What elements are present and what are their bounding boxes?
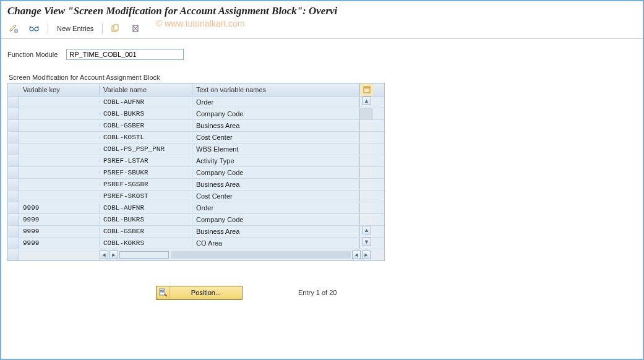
cell-variable-name[interactable]: PSREF-SGSBR <box>100 179 192 189</box>
cell-text[interactable]: Business Area <box>192 226 359 236</box>
vertical-scroll-track[interactable] <box>359 214 373 225</box>
cell-variable-key[interactable]: 9999 <box>19 238 100 248</box>
cell-text[interactable]: Order <box>192 97 359 107</box>
vertical-scroll-track[interactable] <box>359 202 373 213</box>
vertical-scroll-track[interactable] <box>359 120 373 131</box>
table-row[interactable]: COBL-GSBERBusiness Area <box>8 120 384 132</box>
scroll-thumb[interactable] <box>119 251 169 259</box>
cell-variable-name[interactable]: COBL-KOSTL <box>100 132 192 142</box>
cell-text[interactable]: Cost Center <box>192 132 359 142</box>
vertical-scroll-track[interactable] <box>359 191 373 202</box>
cell-text[interactable]: Order <box>192 203 359 213</box>
row-selector[interactable] <box>8 238 19 249</box>
scroll-left-button[interactable]: ◄ <box>100 251 108 259</box>
cell-variable-name[interactable]: COBL-BUKRS <box>100 215 192 225</box>
cell-variable-name[interactable]: COBL-GSBER <box>100 121 192 131</box>
table-row[interactable]: COBL-KOSTLCost Center <box>8 132 384 144</box>
horizontal-scrollbar[interactable]: ◄ ► ◄ ► <box>8 249 384 260</box>
row-selector[interactable] <box>8 202 19 213</box>
function-module-input[interactable] <box>66 49 184 60</box>
copy-as-button[interactable] <box>107 22 124 35</box>
table-row[interactable]: 9999COBL-BUKRSCompany Code <box>8 214 384 226</box>
cell-variable-name[interactable]: COBL-AUFNR <box>100 97 192 107</box>
table-row[interactable]: PSREF-SGSBRBusiness Area <box>8 179 384 191</box>
col-variable-name[interactable]: Variable name <box>100 84 192 95</box>
table-settings-button[interactable] <box>359 84 373 96</box>
table-row[interactable]: 9999COBL-AUFNROrder <box>8 202 384 214</box>
row-selector[interactable] <box>8 132 19 143</box>
cell-text[interactable]: Business Area <box>192 179 359 189</box>
cell-variable-key[interactable] <box>19 171 100 174</box>
cell-text[interactable]: Cost Center <box>192 191 359 201</box>
details-button[interactable] <box>25 22 43 35</box>
scroll-right-step-button[interactable]: ► <box>109 251 118 259</box>
svg-rect-10 <box>160 291 164 292</box>
cell-variable-key[interactable]: 9999 <box>19 215 100 225</box>
vertical-scroll-track[interactable] <box>359 155 373 166</box>
table-row[interactable]: COBL-BUKRSCompany Code <box>8 108 384 120</box>
row-selector[interactable] <box>8 108 19 119</box>
vertical-scroll-track[interactable] <box>359 144 373 155</box>
cell-variable-key[interactable] <box>19 195 100 197</box>
col-variable-key[interactable]: Variable key <box>19 84 100 95</box>
table-row[interactable]: PSREF-LSTARActivity Type <box>8 155 384 167</box>
new-entries-label: New Entries <box>57 25 93 32</box>
scroll-down-button[interactable]: ▼ <box>359 238 373 249</box>
cell-variable-key[interactable] <box>19 136 100 139</box>
scroll-up-button[interactable]: ▲ <box>359 96 373 108</box>
cell-variable-name[interactable]: PSREF-SKOST <box>100 191 192 201</box>
cell-variable-name[interactable]: COBL-GSBER <box>100 226 192 236</box>
toolbar: New Entries <box>1 21 643 39</box>
cell-variable-name[interactable]: PSREF-LSTAR <box>100 156 192 166</box>
cell-text[interactable]: WBS Element <box>192 144 359 154</box>
table-row[interactable]: 9999COBL-KOKRSCO Area▼ <box>8 238 384 249</box>
cell-variable-key[interactable]: 9999 <box>19 226 100 236</box>
table-row[interactable]: PSREF-SBUKRCompany Code <box>8 167 384 179</box>
cell-variable-key[interactable] <box>19 113 100 115</box>
position-icon <box>157 286 170 299</box>
cell-variable-key[interactable] <box>19 183 100 186</box>
row-selector[interactable] <box>8 179 19 190</box>
row-selector[interactable] <box>8 155 19 166</box>
table-row[interactable]: COBL-AUFNROrder▲ <box>8 96 384 108</box>
cell-text[interactable]: Business Area <box>192 121 359 131</box>
table-row[interactable]: 9999COBL-GSBERBusiness Area▲ <box>8 226 384 238</box>
vertical-scroll-track[interactable] <box>359 132 373 143</box>
cell-variable-name[interactable]: COBL-KOKRS <box>100 238 192 248</box>
cell-variable-key[interactable] <box>19 101 100 103</box>
table-row[interactable]: PSREF-SKOSTCost Center <box>8 191 384 202</box>
vertical-scroll-track[interactable] <box>359 179 373 190</box>
row-selector[interactable] <box>8 120 19 131</box>
new-entries-button[interactable]: New Entries <box>53 22 98 35</box>
cell-variable-key[interactable]: 9999 <box>19 203 100 213</box>
vertical-scroll-track[interactable] <box>359 167 373 178</box>
scroll-left-step-button[interactable]: ◄ <box>352 251 361 259</box>
cell-variable-name[interactable]: COBL-AUFNR <box>100 203 192 213</box>
cell-variable-name[interactable]: COBL-BUKRS <box>100 109 192 119</box>
cell-text[interactable]: Company Code <box>192 215 359 225</box>
scroll-up-step-button[interactable]: ▲ <box>359 226 373 237</box>
table-row[interactable]: COBL-PS_PSP_PNRWBS Element <box>8 144 384 155</box>
col-text[interactable]: Text on variable names <box>192 84 359 95</box>
cell-text[interactable]: Activity Type <box>192 156 359 166</box>
scroll-track[interactable] <box>171 251 351 259</box>
scroll-right-button[interactable]: ► <box>362 251 371 259</box>
vertical-scroll-thumb[interactable] <box>359 108 373 119</box>
cell-variable-key[interactable] <box>19 160 100 162</box>
row-selector[interactable] <box>8 96 19 108</box>
cell-text[interactable]: Company Code <box>192 109 359 119</box>
row-selector[interactable] <box>8 214 19 225</box>
cell-variable-key[interactable] <box>19 124 100 127</box>
row-selector[interactable] <box>8 144 19 155</box>
cell-variable-name[interactable]: PSREF-SBUKR <box>100 168 192 178</box>
cell-variable-key[interactable] <box>19 148 100 150</box>
delete-button[interactable] <box>127 22 144 35</box>
row-selector[interactable] <box>8 167 19 178</box>
cell-variable-name[interactable]: COBL-PS_PSP_PNR <box>100 144 192 154</box>
cell-text[interactable]: Company Code <box>192 168 359 178</box>
toggle-display-change-button[interactable] <box>5 22 22 35</box>
row-selector[interactable] <box>8 226 19 237</box>
position-button[interactable]: Position... <box>156 286 243 299</box>
row-selector[interactable] <box>8 191 19 202</box>
cell-text[interactable]: CO Area <box>192 238 359 248</box>
